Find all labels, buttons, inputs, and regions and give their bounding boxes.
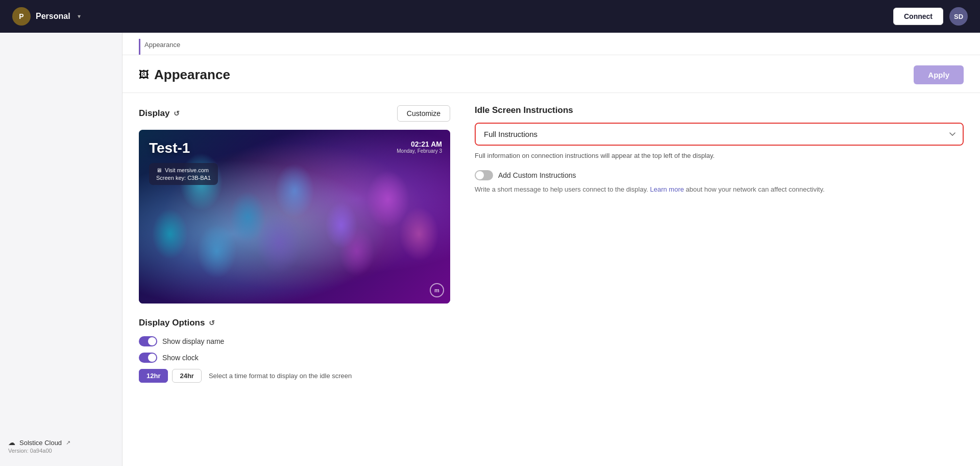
breadcrumb-bar: Appearance [122, 33, 980, 55]
two-col-layout: Display ↺ Customize Test-1 [139, 105, 964, 383]
monitor-icon: 🖥 [156, 167, 162, 173]
display-title: Display ↺ [139, 108, 180, 119]
time-24hr-button[interactable]: 24hr [172, 369, 201, 383]
version-text: Version: 0a94a00 [8, 448, 114, 454]
page-title: Appearance [154, 67, 230, 83]
appearance-icon: 🖼 [139, 69, 149, 81]
workspace-name: Personal [36, 12, 70, 21]
breadcrumb: Appearance [139, 39, 180, 55]
sidebar: ☁ Solstice Cloud ↗ Version: 0a94a00 [0, 33, 122, 466]
right-column: Idle Screen Instructions Full Instructio… [475, 105, 964, 383]
display-refresh-icon[interactable]: ↺ [174, 109, 180, 118]
user-badge[interactable]: SD [949, 7, 968, 26]
instructions-dropdown-wrapper: Full Instructions Minimal Instructions N… [475, 123, 964, 146]
custom-instructions-toggle[interactable] [475, 170, 493, 180]
customize-button[interactable]: Customize [397, 105, 450, 122]
solstice-cloud-link[interactable]: ☁ Solstice Cloud ↗ [8, 438, 114, 447]
time-format-row: 12hr 24hr Select a time format to displa… [139, 369, 450, 383]
display-section-header: Display ↺ Customize [139, 105, 450, 122]
custom-instructions-label: Add Custom Instructions [498, 171, 576, 179]
display-label: Display [139, 108, 169, 119]
show-display-name-row: Show display name [139, 336, 450, 346]
topnav: P Personal ▾ Connect SD [0, 0, 980, 33]
display-options-label: Display Options [139, 318, 205, 328]
custom-instructions-row: Add Custom Instructions [475, 170, 964, 180]
clock-date: Monday, February 3 [397, 148, 442, 154]
workspace-chevron-icon[interactable]: ▾ [78, 13, 81, 20]
main-content: Appearance 🖼 Appearance Apply Display ↺ [122, 33, 980, 466]
solstice-cloud-icon: ☁ [8, 438, 15, 447]
visit-text: Visit mersive.com [165, 167, 209, 173]
clock-time: 02:21 AM [397, 140, 442, 148]
instructions-dropdown[interactable]: Full Instructions Minimal Instructions N… [476, 124, 963, 145]
show-display-name-toggle[interactable] [139, 336, 157, 346]
show-display-name-label: Show display name [162, 337, 224, 345]
custom-instructions-desc: Write a short message to help users conn… [475, 184, 964, 195]
screen-key-text: Screen key: C3B-BA1 [156, 175, 211, 181]
conn-visit-row: 🖥 Visit mersive.com [156, 167, 211, 173]
nav-right: Connect SD [893, 7, 968, 26]
instructions-title: Idle Screen Instructions [475, 105, 964, 115]
nav-left: P Personal ▾ [12, 7, 81, 26]
show-clock-toggle[interactable] [139, 353, 157, 363]
external-link-icon: ↗ [66, 439, 70, 446]
preview-display-name: Test-1 [149, 140, 190, 156]
connect-button[interactable]: Connect [893, 8, 943, 25]
custom-desc-post: about how your network can affect connec… [684, 185, 825, 193]
preview-clock: 02:21 AM Monday, February 3 [397, 140, 442, 154]
show-clock-label: Show clock [162, 354, 199, 362]
apply-button[interactable]: Apply [914, 65, 964, 84]
instructions-section: Idle Screen Instructions Full Instructio… [475, 105, 964, 194]
custom-desc-pre: Write a short message to help users conn… [475, 185, 650, 193]
solstice-cloud-label: Solstice Cloud [19, 439, 62, 447]
sidebar-footer: ☁ Solstice Cloud ↗ Version: 0a94a00 [0, 432, 122, 460]
display-options-section: Display Options ↺ Show display name Show… [139, 318, 450, 383]
left-column: Display ↺ Customize Test-1 [139, 105, 450, 383]
show-clock-row: Show clock [139, 353, 450, 363]
display-preview: Test-1 🖥 Visit mersive.com Screen key: C… [139, 130, 450, 304]
instructions-description: Full information on connection instructi… [475, 151, 964, 161]
time-12hr-button[interactable]: 12hr [139, 369, 168, 383]
page-header: 🖼 Appearance Apply [122, 55, 980, 93]
content-area: Display ↺ Customize Test-1 [122, 93, 980, 466]
display-options-refresh-icon[interactable]: ↺ [209, 319, 215, 327]
layout: ☁ Solstice Cloud ↗ Version: 0a94a00 Appe… [0, 33, 980, 466]
learn-more-link[interactable]: Learn more [650, 185, 683, 193]
preview-connection-info: 🖥 Visit mersive.com Screen key: C3B-BA1 [149, 163, 218, 185]
page-title-row: 🖼 Appearance [139, 67, 230, 83]
display-options-title: Display Options ↺ [139, 318, 450, 328]
preview-logo: m [430, 283, 444, 297]
preview-overlay: Test-1 🖥 Visit mersive.com Screen key: C… [139, 130, 450, 304]
conn-key-row: Screen key: C3B-BA1 [156, 175, 211, 181]
user-avatar[interactable]: P [12, 7, 31, 26]
time-format-description: Select a time format to display on the i… [209, 372, 352, 380]
